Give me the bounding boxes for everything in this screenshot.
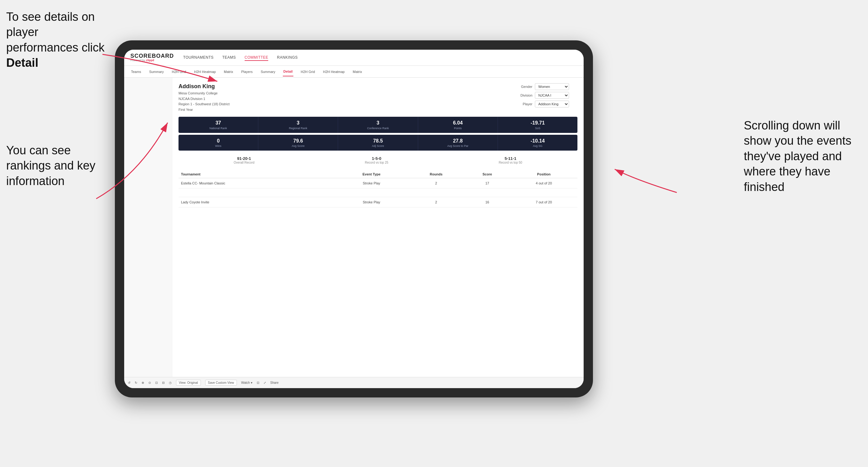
nav-items: TOURNAMENTS TEAMS COMMITTEE RANKINGS	[183, 55, 578, 61]
tournament-table: Tournament Event Type Rounds Score Posit…	[179, 170, 578, 208]
record-top25: 1-5-0 Record vs top 25	[365, 156, 389, 164]
player-division: NJCAA Division 1	[179, 97, 205, 101]
stat-points: 6.04 Points	[418, 117, 498, 132]
tournament-name-3: Lady Coyote Invite	[179, 197, 335, 207]
event-type-1: Stroke Play	[335, 178, 408, 188]
stats-grid-row2: 0 Wins 79.6 Avg Score 78.5 Adj Score 2	[179, 135, 578, 151]
score-3: 16	[464, 197, 510, 207]
subnav-h2h-grid[interactable]: H2H Grid	[171, 67, 187, 76]
logo-text: SCOREBOARD	[130, 53, 174, 59]
record-top50: 5-11-1 Record vs top 50	[499, 156, 523, 164]
table-row: Estella CC- Mountain Classic Stroke Play…	[179, 178, 578, 188]
table-row: Lady Coyote Invite Stroke Play 2 16 7 ou…	[179, 197, 578, 207]
tournament-name-1: Estella CC- Mountain Classic	[179, 178, 335, 188]
device-icon: ⊡	[257, 381, 259, 384]
stat-sos: -19.71 SoS	[498, 117, 578, 132]
sub-nav: Teams Summary H2H Grid H2H Heatmap Matri…	[124, 66, 584, 77]
empty-row	[179, 188, 578, 197]
player-college: Mesa Community College	[179, 91, 218, 95]
nav-tournaments[interactable]: TOURNAMENTS	[183, 55, 214, 61]
tablet-device: SCOREBOARD Powered by clippd TOURNAMENTS…	[115, 40, 593, 398]
division-filter-row: Division NJCAA I	[515, 92, 578, 99]
player-name: Addison King	[179, 83, 229, 90]
nav-bar: SCOREBOARD Powered by clippd TOURNAMENTS…	[124, 50, 584, 66]
share-button[interactable]: Share	[270, 381, 279, 384]
stat-wins: 0 Wins	[179, 135, 258, 151]
col-score: Score	[464, 170, 510, 178]
nav-rankings[interactable]: RANKINGS	[277, 55, 298, 61]
main-content: Addison King Mesa Community College NJCA…	[124, 77, 584, 377]
col-event-type: Event Type	[335, 170, 408, 178]
annotation-right: Scrolling down will show you the events …	[744, 118, 862, 195]
table-row	[179, 188, 578, 197]
subnav-players[interactable]: Players	[241, 67, 253, 76]
annotation-top-left: To see details on player performances cl…	[6, 9, 112, 71]
rounds-1: 2	[408, 178, 464, 188]
division-label: Division	[515, 93, 532, 97]
stats-grid-row1: 37 National Rank 3 Regional Rank 3 Confe…	[179, 117, 578, 132]
subnav-summary2[interactable]: Summary	[260, 67, 276, 76]
stat-avg-sg: -10.14 Avg SG	[498, 135, 578, 151]
score-1: 17	[464, 178, 510, 188]
gender-filter-row: Gender Women	[515, 83, 578, 90]
stat-regional-rank: 3 Regional Rank	[258, 117, 338, 132]
expand-icon: ⤢	[264, 381, 266, 384]
gender-select[interactable]: Women	[535, 83, 569, 90]
toolbar-icon4: ⊟	[162, 381, 164, 384]
division-select[interactable]: NJCAA I	[535, 92, 569, 99]
col-tournament: Tournament	[179, 170, 335, 178]
subnav-h2h-heatmap2[interactable]: H2H Heatmap	[322, 67, 345, 76]
subnav-matrix2[interactable]: Matrix	[352, 67, 363, 76]
bottom-toolbar: ↺ ↻ ⊕ ⊙ ⊡ ⊟ ◷ View: Original Save Custom…	[124, 377, 584, 388]
stat-avg-score: 79.6 Avg Score	[258, 135, 338, 151]
toolbar-icon1: ⊕	[142, 381, 144, 384]
col-position: Position	[510, 170, 578, 178]
stat-conference-rank: 3 Conference Rank	[338, 117, 418, 132]
subnav-h2h-heatmap[interactable]: H2H Heatmap	[193, 67, 216, 76]
logo-area: SCOREBOARD Powered by clippd	[130, 53, 174, 62]
subnav-summary[interactable]: Summary	[148, 67, 164, 76]
save-custom-button[interactable]: Save Custom View	[205, 380, 237, 386]
subnav-h2h-grid2[interactable]: H2H Grid	[300, 67, 316, 76]
player-year: First Year	[179, 108, 193, 112]
gender-label: Gender	[515, 85, 532, 89]
col-rounds: Rounds	[408, 170, 464, 178]
event-type-3: Stroke Play	[335, 197, 408, 207]
player-info: Addison King Mesa Community College NJCA…	[179, 83, 229, 113]
logo-sub: Powered by clippd	[130, 59, 174, 62]
subnav-detail[interactable]: Detail	[283, 67, 293, 76]
stat-national-rank: 37 National Rank	[179, 117, 258, 132]
view-original-button[interactable]: View: Original	[176, 380, 201, 386]
records-row: 91-20-1 Overall Record 1-5-0 Record vs t…	[179, 155, 578, 165]
rounds-3: 2	[408, 197, 464, 207]
player-label: Player	[515, 102, 532, 106]
nav-committee[interactable]: COMMITTEE	[245, 55, 269, 61]
toolbar-icon2: ⊙	[148, 381, 151, 384]
position-1: 4 out of 20	[510, 178, 578, 188]
position-3: 7 out of 20	[510, 197, 578, 207]
stat-adj-score: 78.5 Adj Score	[338, 135, 418, 151]
toolbar-icon5: ◷	[169, 381, 172, 384]
undo-button[interactable]: ↺	[128, 381, 130, 384]
player-filter-row: Player Addison King	[515, 101, 578, 107]
nav-teams[interactable]: TEAMS	[222, 55, 236, 61]
tablet-screen: SCOREBOARD Powered by clippd TOURNAMENTS…	[124, 50, 584, 388]
player-select[interactable]: Addison King	[535, 101, 569, 107]
app-screen: SCOREBOARD Powered by clippd TOURNAMENTS…	[124, 50, 584, 388]
left-sidebar	[124, 77, 172, 377]
player-region: Region 1 - Southwest (18) District	[179, 102, 229, 106]
subnav-matrix[interactable]: Matrix	[223, 67, 234, 76]
redo-button[interactable]: ↻	[135, 381, 137, 384]
overall-record: 91-20-1 Overall Record	[234, 156, 254, 164]
toolbar-icon3: ⊡	[155, 381, 158, 384]
watch-button[interactable]: Watch ▾	[241, 381, 252, 384]
player-header: Addison King Mesa Community College NJCA…	[179, 83, 578, 113]
subnav-teams[interactable]: Teams	[130, 67, 142, 76]
filter-panel: Gender Women Division NJCAA I	[515, 83, 578, 107]
stat-avg-score-par: 27.8 Avg Score to Par	[418, 135, 498, 151]
annotation-bottom-left: You can see rankings and key information	[6, 143, 112, 189]
detail-content: Addison King Mesa Community College NJCA…	[172, 77, 584, 377]
